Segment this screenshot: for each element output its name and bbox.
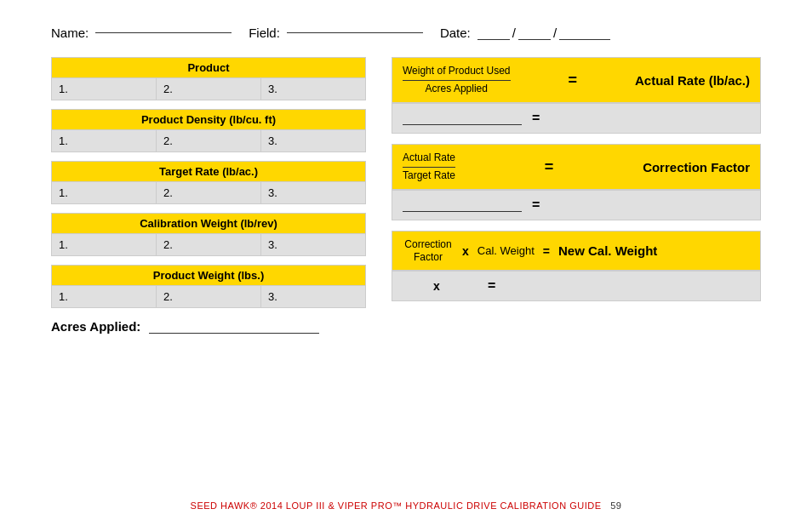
date-year [559,26,610,40]
product-col1: 1. [52,78,157,100]
product-weight-section: Product Weight (lbs.) 1. 2. 3. [51,265,366,308]
product-col2: 2. [157,78,261,100]
cal-weight-col1: 1. [52,234,157,256]
product-col3: 3. [261,78,366,100]
actual-rate-label: Actual Rate (lb/ac.) [635,73,750,88]
density-col3: 3. [261,130,366,152]
target-col3: 3. [261,182,366,204]
density-col2: 2. [157,130,261,152]
actual-rate-numerator: Weight of Product Used [403,65,511,81]
prod-weight-col3: 3. [261,286,366,308]
new-cal-x-placeholder: x [403,279,471,293]
new-cal-equals-sign: = [543,244,550,258]
acres-applied-row: Acres Applied: [51,318,761,334]
correction-factor-formula: Actual Rate Target Rate = Correction Fac… [392,144,761,190]
field-label: Field: [249,26,280,40]
actual-rate-result-equals: = [532,111,540,126]
name-label: Name: [51,26,89,40]
new-cal-multiply: x [462,244,469,258]
correction-factor-equals: = [545,158,554,176]
product-weight-header: Product Weight (lbs.) [52,266,366,286]
correction-factor-result-line [403,198,522,212]
product-density-section: Product Density (lb/cu. ft) 1. 2. 3. [51,109,366,152]
calibration-weight-section: Calibration Weight (lb/rev) 1. 2. 3. [51,213,366,256]
new-cal-formula: Correction Factor x Cal. Weight = New Ca… [392,231,761,271]
actual-rate-fraction: Weight of Product Used Acres Applied [403,65,511,95]
product-section: Product 1. 2. 3. [51,57,366,100]
correction-factor-box: Actual Rate Target Rate = Correction Fac… [392,144,761,220]
actual-rate-formula: Weight of Product Used Acres Applied = A… [392,57,761,103]
right-column: Weight of Product Used Acres Applied = A… [392,57,761,308]
prod-weight-col2: 2. [157,286,261,308]
actual-rate-denominator: Acres Applied [426,81,488,96]
correction-factor-numerator: Actual Rate [403,152,455,168]
product-header: Product [52,58,366,78]
footer-text: SEED HAWK® 2014 LOUP III & VIPER PRO™ HY… [191,500,602,511]
date-fields: / / [477,26,610,40]
correction-factor-denominator: Target Rate [403,168,455,183]
new-cal-result-equals: = [488,278,495,294]
new-cal-result-row: x = [392,271,761,301]
new-cal-prefix: Correction Factor [403,238,454,263]
actual-rate-result-line [403,111,522,125]
correction-factor-result-row: = [392,190,761,220]
acres-applied-label: Acres Applied: [51,319,140,334]
page: Name: Field: Date: / / Product 1. 2. [0,0,812,526]
date-month [477,26,510,40]
target-col1: 1. [52,182,157,204]
new-cal-middle: Cal. Weight [477,244,535,257]
target-col2: 2. [157,182,261,204]
cal-weight-col3: 3. [261,234,366,256]
prod-weight-col1: 1. [52,286,157,308]
acres-applied-line [149,318,319,334]
main-content: Product 1. 2. 3. Product Density (lb/cu.… [51,57,761,308]
target-rate-section: Target Rate (lb/ac.) 1. 2. 3. [51,161,366,204]
left-column: Product 1. 2. 3. Product Density (lb/cu.… [51,57,366,308]
correction-factor-result-equals: = [532,197,540,213]
calibration-weight-header: Calibration Weight (lb/rev) [52,214,366,234]
correction-factor-label: Correction Factor [643,160,750,174]
header-row: Name: Field: Date: / / [51,26,761,40]
product-density-header: Product Density (lb/cu. ft) [52,110,366,130]
footer: SEED HAWK® 2014 LOUP III & VIPER PRO™ HY… [0,500,812,511]
density-col1: 1. [52,130,157,152]
cal-weight-col2: 2. [157,234,261,256]
field-line [287,32,423,33]
date-day [518,26,551,40]
name-line [95,32,232,33]
actual-rate-equals: = [568,71,577,89]
new-cal-weight-box: Correction Factor x Cal. Weight = New Ca… [392,231,761,301]
actual-rate-box: Weight of Product Used Acres Applied = A… [392,57,761,134]
correction-factor-fraction: Actual Rate Target Rate [403,152,455,182]
actual-rate-result-row: = [392,103,761,134]
footer-page: 59 [610,500,621,511]
new-cal-result-label: New Cal. Weight [558,243,657,258]
target-rate-header: Target Rate (lb/ac.) [52,162,366,182]
date-label: Date: [440,26,471,40]
